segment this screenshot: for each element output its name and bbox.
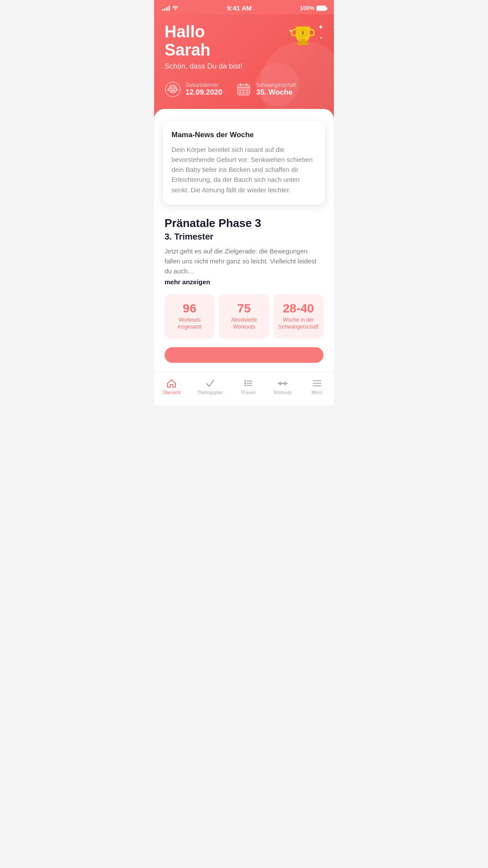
svg-point-21 — [244, 382, 246, 384]
phase-subtitle: 3. Trimester — [165, 232, 323, 242]
svg-point-7 — [171, 87, 172, 89]
svg-point-16 — [240, 92, 241, 93]
svg-rect-28 — [284, 381, 286, 385]
svg-rect-1 — [297, 43, 309, 45]
news-body: Dein Körper bereitet sich rasant auf die… — [171, 145, 317, 195]
hero-section: HalloSarah Schön, dass Du da bist! ✦ ✦ ✦ — [154, 14, 334, 119]
stat-label-total: Workoutsinsgesamt — [169, 317, 210, 330]
wifi-icon — [172, 5, 179, 11]
svg-rect-25 — [278, 383, 280, 384]
stats-grid: 96 Workoutsinsgesamt 75 AbsolvierteWorko… — [165, 294, 323, 339]
svg-rect-27 — [280, 381, 281, 385]
phase-section: Pränatale Phase 3 3. Trimester Jetzt geh… — [163, 217, 325, 363]
stat-label-done: AbsolvierteWorkouts — [223, 317, 264, 330]
nav-label-ubersicht: Übersicht — [162, 390, 181, 395]
pregnancy-label: Schwangerschaft — [256, 82, 296, 88]
svg-point-23 — [244, 385, 246, 386]
svg-rect-0 — [300, 39, 305, 43]
stat-number-done: 75 — [223, 302, 264, 316]
hero-top: HalloSarah Schön, dass Du da bist! ✦ ✦ ✦ — [165, 23, 323, 71]
svg-text:9: 9 — [302, 30, 304, 36]
workouts-icon — [277, 378, 288, 388]
content-area: Mama-News der Woche Dein Körper bereitet… — [154, 109, 334, 372]
sparkle-icon: ✦ — [318, 23, 323, 31]
status-left — [162, 5, 179, 11]
home-icon — [166, 378, 177, 388]
trainingsplan-icon — [205, 378, 215, 388]
nav-item-menu[interactable]: Menü — [304, 376, 330, 397]
svg-point-18 — [247, 92, 248, 93]
battery-icon — [317, 6, 326, 11]
nav-label-phasen: Phasen — [241, 390, 256, 395]
menu-icon — [312, 378, 322, 388]
sparkle-icon-2: ✦ — [289, 28, 292, 33]
stat-card-weeks: 28-40 Woche in derSchwangerschaft — [274, 294, 323, 339]
pregnancy-text: Schwangerschaft 35. Woche — [256, 82, 296, 97]
stat-card-workouts-done: 75 AbsolvierteWorkouts — [219, 294, 269, 339]
birthdate-value: 12.09.2020 — [185, 88, 222, 97]
nav-item-ubersicht[interactable]: Übersicht — [158, 376, 185, 397]
svg-point-13 — [240, 89, 241, 91]
status-right: 100% — [300, 5, 326, 11]
nav-item-phasen[interactable]: Phasen — [235, 376, 261, 397]
svg-point-6 — [169, 85, 177, 93]
nav-label-workouts: Workouts — [274, 390, 292, 395]
nav-label-menu: Menü — [311, 390, 322, 395]
news-title: Mama-News der Woche — [171, 131, 317, 139]
svg-point-15 — [247, 89, 248, 91]
svg-point-14 — [243, 89, 244, 91]
stat-number-total: 96 — [169, 302, 210, 316]
signal-icon — [162, 6, 170, 11]
nav-item-workouts[interactable]: Workouts — [269, 376, 296, 397]
svg-point-17 — [243, 92, 244, 93]
status-bar: 9:41 AM 100% — [154, 0, 334, 14]
sparkle-icon-3: ✦ — [320, 36, 323, 40]
stat-number-weeks: 28-40 — [278, 302, 319, 316]
mehr-anzeigen-button[interactable]: mehr anzeigen — [165, 278, 210, 286]
calendar-icon — [235, 81, 252, 98]
birthdate-label: Geburtstermin — [185, 82, 222, 88]
phase-title: Pränatale Phase 3 — [165, 217, 323, 230]
stat-card-workouts-total: 96 Workoutsinsgesamt — [165, 294, 214, 339]
status-time: 9:41 AM — [227, 4, 252, 12]
svg-rect-26 — [286, 383, 287, 384]
trophy-icon: 9 — [289, 23, 317, 51]
pregnancy-value: 35. Woche — [256, 88, 296, 97]
birthdate-text: Geburtstermin 12.09.2020 — [185, 82, 222, 97]
phasen-icon — [243, 378, 254, 388]
svg-rect-29 — [281, 383, 284, 384]
info-row: Geburtstermin 12.09.2020 — [165, 81, 323, 98]
greeting: HalloSarah Schön, dass Du da bist! — [165, 23, 243, 71]
battery-percent: 100% — [300, 5, 314, 11]
news-card: Mama-News der Woche Dein Körper bereitet… — [163, 121, 325, 204]
nav-label-trainingsplan: Trainingsplan — [197, 390, 223, 395]
bottom-nav: Übersicht Trainingsplan Phasen — [154, 372, 334, 405]
cta-button[interactable] — [165, 347, 323, 363]
greeting-name: HalloSarah — [165, 23, 243, 59]
birthdate-item: Geburtstermin 12.09.2020 — [165, 81, 222, 98]
trophy-container: ✦ ✦ ✦ 9 — [289, 23, 323, 62]
pregnancy-item: Schwangerschaft 35. Woche — [235, 81, 296, 98]
phase-description: Jetzt geht es auf die Zielgerade: die Be… — [165, 246, 323, 276]
stat-label-weeks: Woche in derSchwangerschaft — [278, 317, 319, 330]
baby-icon — [165, 81, 181, 98]
greeting-subtitle: Schön, dass Du da bist! — [165, 62, 243, 71]
svg-point-8 — [174, 87, 175, 89]
svg-point-19 — [244, 380, 246, 382]
nav-item-trainingsplan[interactable]: Trainingsplan — [193, 376, 228, 397]
